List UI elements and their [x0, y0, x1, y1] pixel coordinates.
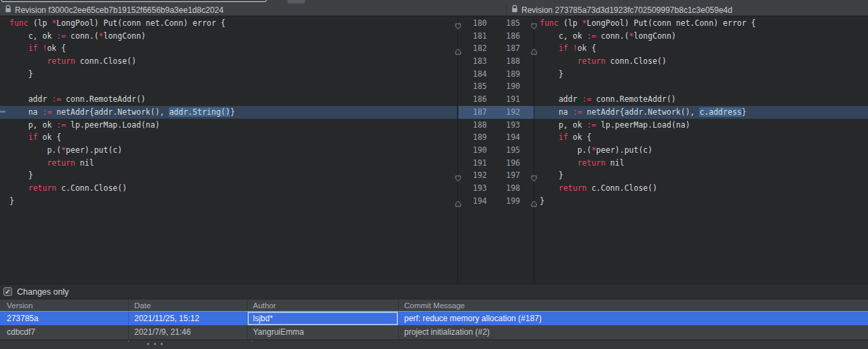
code-segment: (lp [28, 18, 52, 28]
line-number-row: 185190 [458, 80, 534, 93]
fold-marker-icon[interactable] [455, 172, 461, 179]
filter-input[interactable] [1, 0, 267, 2]
code-line[interactable]: func (lp *LongPool) Put(conn net.Conn) e… [534, 17, 868, 30]
column-header-author[interactable]: Author [248, 299, 399, 311]
fold-marker-icon[interactable] [531, 198, 537, 204]
table-row[interactable]: 273785a2021/11/25, 15:12lsjbd*perf: redu… [0, 311, 868, 325]
code-line[interactable]: addr := conn.RemoteAddr() [534, 93, 868, 106]
code-segment: c.Conn.Close() [56, 183, 127, 193]
column-header-version[interactable]: Version [0, 299, 129, 311]
code-segment: := [56, 31, 66, 41]
toolbar-button[interactable] [288, 0, 305, 3]
code-segment: lp.peerMap.Load(na) [66, 120, 159, 130]
code-line[interactable]: na := netAddr{addr.Network(), c.address} [534, 106, 868, 119]
code-line[interactable]: return nil [0, 157, 457, 170]
code-line[interactable]: } [0, 68, 457, 81]
code-line[interactable]: } [0, 169, 457, 182]
code-segment: func [540, 18, 559, 28]
code-line[interactable]: return c.Conn.Close() [0, 182, 457, 195]
code-segment: if [28, 132, 38, 142]
code-segment: return [577, 56, 606, 66]
author-cell[interactable]: YangruiEmma [248, 325, 399, 339]
code-line[interactable]: c, ok := conn.(*longConn) [534, 30, 868, 43]
code-line[interactable]: p, ok := lp.peerMap.Load(na) [0, 119, 457, 132]
column-header-date[interactable]: Date [129, 299, 248, 311]
code-segment: ok { [47, 43, 66, 53]
fold-marker-icon[interactable] [455, 198, 461, 204]
code-line[interactable]: return conn.Close() [0, 55, 457, 68]
line-number-right: 191 [487, 93, 520, 106]
fold-marker-icon[interactable] [531, 45, 537, 52]
code-line[interactable]: } [534, 169, 868, 182]
line-number-right: 190 [487, 80, 520, 93]
code-line[interactable]: return conn.Close() [534, 55, 868, 68]
changes-only-checkbox[interactable]: ✓ [3, 287, 12, 296]
code-line[interactable]: } [0, 195, 457, 208]
line-number-left: 188 [458, 119, 487, 132]
version-cell[interactable]: 273785a [0, 312, 129, 325]
code-line[interactable]: p.(*peer).put(c) [0, 144, 457, 157]
revision-label: Revision f3000c2ee65ceb7b19152f6656b9a3e… [15, 5, 224, 15]
fold-marker-icon[interactable] [531, 20, 537, 27]
fold-marker-icon[interactable] [455, 20, 461, 27]
code-segment: p, ok [540, 120, 587, 130]
code-segment: return [559, 183, 587, 193]
history-table-header: VersionDateAuthorCommit Message [0, 299, 868, 311]
date-cell[interactable]: 2021/11/25, 15:12 [129, 312, 248, 325]
code-segment: := [572, 107, 582, 117]
code-line[interactable]: if !ok { [0, 42, 457, 55]
code-segment [9, 158, 47, 168]
code-line[interactable]: if ok { [0, 131, 457, 144]
line-number-left: 186 [458, 93, 487, 106]
code-segment: ok { [577, 43, 596, 53]
code-line[interactable]: if !ok { [534, 42, 868, 55]
line-number-row: 181186 [458, 30, 534, 43]
code-line[interactable] [534, 80, 868, 93]
line-number-right: 193 [487, 119, 520, 132]
code-line[interactable]: na := netAddr{addr.Network(), addr.Strin… [0, 106, 457, 119]
code-line[interactable]: p, ok := lp.peerMap.Load(na) [534, 119, 868, 132]
fold-marker-icon[interactable] [531, 172, 537, 179]
revision-header-left: Revision f3000c2ee65ceb7b19152f6656b9a3e… [0, 4, 506, 16]
code-line[interactable]: } [534, 195, 868, 208]
code-line[interactable] [0, 80, 457, 93]
code-segment [540, 56, 577, 66]
line-number-row: 192197 [458, 169, 534, 182]
table-row[interactable]: cdbcdf72021/7/9, 21:46YangruiEmmaproject… [0, 325, 868, 339]
date-cell[interactable]: 2021/7/9, 21:46 [129, 325, 248, 339]
code-pane-right[interactable]: func (lp *LongPool) Put(conn net.Conn) e… [534, 17, 868, 284]
column-header-message[interactable]: Commit Message [399, 299, 868, 311]
code-line[interactable]: if ok { [534, 131, 868, 144]
line-number-left: 187 [458, 106, 487, 119]
revision-header-right: Revision 273785a73d3d1923fc702509997b8c1… [506, 4, 868, 16]
code-segment: } [540, 170, 564, 180]
code-segment: ok { [568, 132, 592, 142]
code-segment: := [587, 31, 596, 41]
grip-dots-icon [147, 343, 163, 345]
code-line[interactable]: return c.Conn.Close() [534, 182, 868, 195]
code-segment: := [582, 94, 591, 104]
splitter-strip[interactable] [0, 339, 868, 349]
code-line[interactable]: } [534, 68, 868, 81]
author-cell[interactable]: lsjbd* [248, 312, 399, 325]
changes-only-label: Changes only [17, 287, 68, 297]
code-segment: } [540, 196, 545, 206]
message-cell[interactable]: perf: reduce memory allocation (#187) [399, 312, 868, 325]
code-segment: conn.( [596, 31, 629, 41]
code-pane-left[interactable]: func (lp *LongPool) Put(conn net.Conn) e… [0, 17, 458, 284]
message-cell[interactable]: project initialization (#2) [399, 325, 868, 339]
code-line[interactable]: addr := conn.RemoteAddr() [0, 93, 457, 106]
code-segment [540, 158, 577, 168]
code-line[interactable]: p.(*peer).put(c) [534, 144, 868, 157]
code-segment: c, ok [9, 31, 56, 41]
changes-only-bar: ✓ Changes only [0, 284, 868, 299]
line-number-left: 184 [458, 68, 487, 81]
version-cell[interactable]: cdbcdf7 [0, 325, 129, 339]
code-line[interactable]: c, ok := conn.(*longConn) [0, 30, 457, 43]
column-tick [128, 340, 129, 342]
code-line[interactable]: func (lp *LongPool) Put(conn net.Conn) e… [0, 17, 457, 30]
lock-icon [511, 5, 518, 15]
code-line[interactable]: return nil [534, 157, 868, 170]
fold-marker-icon[interactable] [455, 45, 461, 52]
line-number-row: 184189 [458, 68, 534, 81]
